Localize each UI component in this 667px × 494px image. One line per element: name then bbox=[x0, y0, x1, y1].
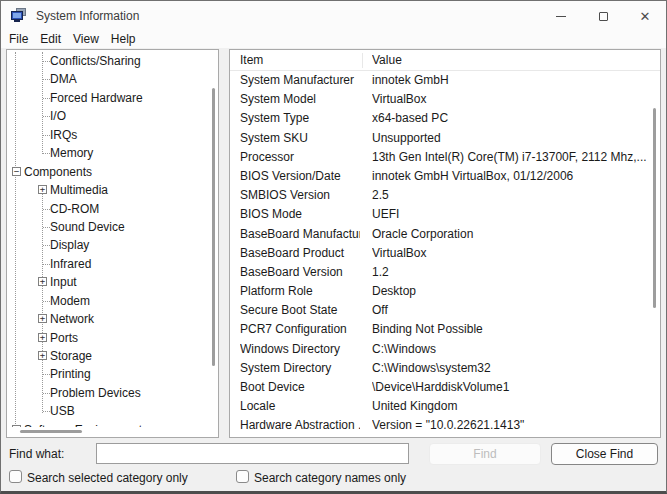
table-row-windows-directory[interactable]: Windows DirectoryC:\Windows bbox=[230, 340, 660, 359]
expand-icon[interactable]: + bbox=[12, 425, 21, 427]
table-row-hardware-abstraction[interactable]: Hardware Abstraction ...Version = "10.0.… bbox=[230, 416, 660, 435]
item-cell: SMBIOS Version bbox=[240, 186, 360, 205]
table-row-baseboard-version[interactable]: BaseBoard Version1.2 bbox=[230, 263, 660, 282]
tree-item-infrared[interactable]: Infrared bbox=[7, 255, 208, 273]
tree-item-forced-hardware[interactable]: Forced Hardware bbox=[7, 89, 208, 107]
value-cell: 1.2 bbox=[372, 263, 646, 282]
value-cell: Off bbox=[372, 301, 646, 320]
tree-vertical-scrollbar[interactable] bbox=[212, 88, 215, 366]
tree-item-dma[interactable]: DMA bbox=[7, 70, 208, 88]
table-row-boot-device[interactable]: Boot Device\Device\HarddiskVolume1 bbox=[230, 378, 660, 397]
tree-item-multimedia[interactable]: +Multimedia bbox=[7, 181, 208, 199]
table-row-processor[interactable]: Processor13th Gen Intel(R) Core(TM) i7-1… bbox=[230, 148, 660, 167]
tree-item-i-o[interactable]: I/O bbox=[7, 107, 208, 125]
value-cell: Version = "10.0.22621.1413" bbox=[372, 416, 646, 435]
window-controls: ✕ bbox=[540, 1, 666, 31]
tree-item-label: Memory bbox=[50, 144, 93, 162]
tree-item-irqs[interactable]: IRQs bbox=[7, 126, 208, 144]
tree-item-label: Modem bbox=[50, 292, 90, 310]
table-row-platform-role[interactable]: Platform RoleDesktop bbox=[230, 282, 660, 301]
table-row-baseboard-product[interactable]: BaseBoard ProductVirtualBox bbox=[230, 244, 660, 263]
table-row-system-model[interactable]: System ModelVirtualBox bbox=[230, 90, 660, 109]
item-cell: Hardware Abstraction ... bbox=[240, 416, 360, 435]
find-input[interactable] bbox=[96, 443, 409, 464]
table-row-secure-boot-state[interactable]: Secure Boot StateOff bbox=[230, 301, 660, 320]
menu-file[interactable]: File bbox=[9, 32, 37, 48]
menu-edit[interactable]: Edit bbox=[40, 32, 70, 48]
tree-item-label: Conflicts/Sharing bbox=[50, 52, 141, 70]
search-selected-category-checkbox[interactable] bbox=[9, 470, 22, 483]
table-row-system-manufacturer[interactable]: System Manufacturerinnotek GmbH bbox=[230, 71, 660, 90]
menubar: FileEditViewHelp bbox=[1, 31, 666, 48]
find-button[interactable]: Find bbox=[429, 443, 541, 465]
item-cell: Platform Role bbox=[240, 282, 360, 301]
value-cell: Oracle Corporation bbox=[372, 225, 646, 244]
column-header-value[interactable]: Value bbox=[372, 50, 646, 71]
tree-item-ports[interactable]: +Ports bbox=[7, 329, 208, 347]
menu-view[interactable]: View bbox=[73, 32, 108, 48]
tree-item-cd-rom[interactable]: CD-ROM bbox=[7, 200, 208, 218]
tree-item-label: Ports bbox=[50, 329, 78, 347]
search-selected-category-label: Search selected category only bbox=[27, 471, 188, 485]
tree-item-label: USB bbox=[50, 402, 75, 420]
tree-item-printing[interactable]: Printing bbox=[7, 365, 208, 383]
tree-item-usb[interactable]: USB bbox=[7, 402, 208, 420]
tree-item-conflicts-sharing[interactable]: Conflicts/Sharing bbox=[7, 52, 208, 70]
tree-horizontal-scrollbar[interactable] bbox=[20, 430, 82, 433]
table-row-baseboard-manufactur[interactable]: BaseBoard Manufactur...Oracle Corporatio… bbox=[230, 225, 660, 244]
table-row-smbios-version[interactable]: SMBIOS Version2.5 bbox=[230, 186, 660, 205]
item-cell: PCR7 Configuration bbox=[240, 320, 360, 339]
table-row-bios-version-date[interactable]: BIOS Version/Dateinnotek GmbH VirtualBox… bbox=[230, 167, 660, 186]
tree-item-problem-devices[interactable]: Problem Devices bbox=[7, 384, 208, 402]
table-row-bios-mode[interactable]: BIOS ModeUEFI bbox=[230, 205, 660, 224]
tree-item-software-environment[interactable]: +Software Environment bbox=[7, 421, 208, 427]
expand-icon[interactable]: + bbox=[38, 185, 47, 194]
menu-help[interactable]: Help bbox=[111, 32, 145, 48]
collapse-icon[interactable]: − bbox=[12, 167, 21, 176]
maximize-button[interactable] bbox=[582, 1, 624, 31]
column-divider[interactable] bbox=[362, 53, 363, 68]
category-tree-panel: Conflicts/SharingDMAForced HardwareI/OIR… bbox=[6, 49, 219, 438]
window-title: System Information bbox=[36, 9, 139, 23]
close-button[interactable]: ✕ bbox=[624, 1, 666, 31]
expand-icon[interactable]: + bbox=[38, 333, 47, 342]
maximize-icon bbox=[599, 12, 608, 21]
tree-item-input[interactable]: +Input bbox=[7, 273, 208, 291]
tree-item-components[interactable]: −Components bbox=[7, 163, 208, 181]
expand-icon[interactable]: + bbox=[38, 351, 47, 360]
table-row-system-sku[interactable]: System SKUUnsupported bbox=[230, 129, 660, 148]
tree-item-display[interactable]: Display bbox=[7, 236, 208, 254]
search-category-names-checkbox[interactable] bbox=[236, 470, 249, 483]
value-cell: United Kingdom bbox=[372, 397, 646, 416]
minimize-icon bbox=[556, 16, 566, 17]
value-cell: VirtualBox bbox=[372, 90, 646, 109]
tree-item-sound-device[interactable]: Sound Device bbox=[7, 218, 208, 236]
table-row-system-directory[interactable]: System DirectoryC:\Windows\system32 bbox=[230, 359, 660, 378]
item-cell: Processor bbox=[240, 148, 360, 167]
system-information-window: System Information ✕ FileEditViewHelp Co… bbox=[0, 0, 667, 494]
tree-item-label: IRQs bbox=[50, 126, 77, 144]
table-row-pcr7-configuration[interactable]: PCR7 ConfigurationBinding Not Possible bbox=[230, 320, 660, 339]
table-row-locale[interactable]: LocaleUnited Kingdom bbox=[230, 397, 660, 416]
tree-item-label: DMA bbox=[50, 70, 77, 88]
tree-item-storage[interactable]: +Storage bbox=[7, 347, 208, 365]
value-cell: innotek GmbH bbox=[372, 71, 646, 90]
value-cell: innotek GmbH VirtualBox, 01/12/2006 bbox=[372, 167, 646, 186]
item-cell: System Type bbox=[240, 109, 360, 128]
tree-item-memory[interactable]: Memory bbox=[7, 144, 208, 162]
expand-icon[interactable]: + bbox=[38, 314, 47, 323]
tree-item-label: Sound Device bbox=[50, 218, 125, 236]
detail-vertical-scrollbar[interactable] bbox=[653, 108, 656, 308]
tree-item-label: I/O bbox=[50, 107, 66, 125]
minimize-button[interactable] bbox=[540, 1, 582, 31]
column-header-item[interactable]: Item bbox=[240, 50, 360, 71]
list-body: System Manufacturerinnotek GmbHSystem Mo… bbox=[230, 71, 660, 436]
expand-icon[interactable]: + bbox=[38, 277, 47, 286]
item-cell: Secure Boot State bbox=[240, 301, 360, 320]
list-header: Item Value bbox=[230, 50, 660, 71]
tree-item-network[interactable]: +Network bbox=[7, 310, 208, 328]
table-row-system-type[interactable]: System Typex64-based PC bbox=[230, 109, 660, 128]
item-cell: BaseBoard Manufactur... bbox=[240, 225, 360, 244]
tree-item-modem[interactable]: Modem bbox=[7, 292, 208, 310]
close-find-button[interactable]: Close Find bbox=[551, 443, 658, 465]
